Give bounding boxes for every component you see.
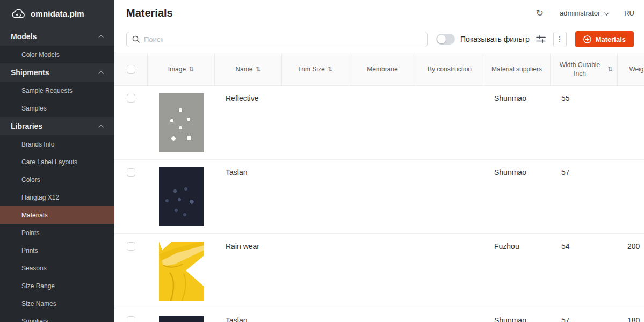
add-button-label: Materials bbox=[596, 35, 626, 43]
material-image[interactable] bbox=[159, 93, 204, 152]
sidebar-section-models[interactable]: Models bbox=[0, 27, 114, 46]
sort-icon[interactable]: ⇅ bbox=[189, 65, 194, 74]
sidebar-item-label: Suppliers bbox=[21, 318, 48, 322]
cell-width-cutable-inch: 57 bbox=[551, 308, 618, 322]
sidebar-item-color-models[interactable]: Color Models bbox=[0, 46, 114, 63]
row-checkbox[interactable] bbox=[127, 94, 135, 103]
cell-weight bbox=[618, 160, 644, 233]
cell-name: Rain wear bbox=[215, 234, 282, 308]
column-header-width-cutable-inch[interactable]: Width Cutable Inch⇅ bbox=[551, 53, 618, 85]
sidebar-section-shipments[interactable]: Shipments bbox=[0, 63, 114, 82]
main-content: Materials ↻ administrator RU Показывать … bbox=[114, 0, 644, 322]
cell-weight: 200 bbox=[618, 234, 644, 308]
sidebar-item-label: Seasons bbox=[21, 265, 47, 272]
cell-trim-size bbox=[282, 86, 349, 159]
sidebar-item-suppliers[interactable]: Suppliers bbox=[0, 312, 114, 322]
cell-material-suppliers: Shunmao bbox=[483, 308, 551, 322]
row-checkbox[interactable] bbox=[127, 242, 135, 251]
column-header-by-construction[interactable]: By construction bbox=[416, 53, 483, 85]
sidebar-item-label: Sample Requests bbox=[21, 87, 73, 94]
materials-table: Image⇅ Name⇅ Trim Size⇅ Membrane By cons… bbox=[114, 53, 644, 322]
cell-membrane bbox=[349, 160, 416, 233]
cell-trim-size bbox=[282, 160, 349, 233]
cell-by-construction bbox=[416, 234, 483, 308]
material-image[interactable] bbox=[159, 316, 204, 322]
table-row[interactable]: Taslan Shunmao 57 180 bbox=[114, 308, 644, 322]
kebab-icon: ⋮ bbox=[556, 35, 563, 43]
cell-by-construction bbox=[416, 308, 483, 322]
sidebar-item-size-range[interactable]: Size Range bbox=[0, 277, 114, 295]
material-image[interactable] bbox=[159, 241, 204, 301]
refresh-icon[interactable]: ↻ bbox=[536, 9, 544, 18]
plus-circle-icon bbox=[583, 35, 591, 43]
cell-trim-size bbox=[282, 234, 349, 308]
filter-toggle[interactable] bbox=[436, 34, 455, 45]
section-label: Models bbox=[11, 32, 37, 41]
sidebar-item-sample-requests[interactable]: Sample Requests bbox=[0, 82, 114, 99]
column-header-weight[interactable]: Weight bbox=[618, 53, 644, 85]
search-icon bbox=[132, 35, 140, 43]
sidebar-item-prints[interactable]: Prints bbox=[0, 241, 114, 259]
search-box bbox=[126, 32, 428, 47]
sidebar-item-seasons[interactable]: Seasons bbox=[0, 259, 114, 277]
column-header-membrane[interactable]: Membrane bbox=[349, 53, 416, 85]
cell-width-cutable-inch: 55 bbox=[551, 86, 618, 159]
sidebar-section-libraries[interactable]: Libraries bbox=[0, 117, 114, 135]
sidebar-item-label: Prints bbox=[21, 247, 38, 254]
cell-name: Taslan bbox=[215, 160, 282, 233]
section-label: Libraries bbox=[11, 122, 42, 130]
sort-icon[interactable]: ⇅ bbox=[607, 65, 613, 74]
chevron-up-icon bbox=[98, 124, 104, 129]
sidebar-item-materials[interactable]: Materials bbox=[0, 206, 114, 224]
search-input[interactable] bbox=[144, 35, 422, 43]
column-header-trim-size[interactable]: Trim Size⇅ bbox=[282, 53, 349, 85]
chevron-up-icon bbox=[98, 70, 104, 76]
language-switcher[interactable]: RU bbox=[624, 9, 634, 17]
sidebar-item-colors[interactable]: Colors bbox=[0, 171, 114, 188]
sort-icon[interactable]: ⇅ bbox=[328, 65, 333, 74]
sidebar-item-brands-info[interactable]: Brands Info bbox=[0, 135, 114, 153]
sidebar-item-points[interactable]: Points bbox=[0, 224, 114, 241]
sidebar-item-label: Color Models bbox=[21, 51, 60, 58]
column-header-material-suppliers[interactable]: Material suppliers bbox=[483, 53, 551, 85]
chevron-up-icon bbox=[98, 34, 104, 40]
sidebar-item-label: Points bbox=[21, 229, 39, 237]
table-row[interactable]: Taslan Shunmao 57 bbox=[114, 160, 644, 234]
filter-toggle-label: Показывать фильтр bbox=[460, 35, 530, 43]
cell-weight: 180 bbox=[618, 308, 644, 322]
table-row[interactable]: Reflective Shunmao 55 bbox=[114, 86, 644, 160]
app-logo[interactable]: omnidata.plm bbox=[0, 0, 114, 27]
row-checkbox[interactable] bbox=[127, 168, 135, 177]
sidebar-item-size-names[interactable]: Size Names bbox=[0, 295, 114, 312]
sidebar-item-care-label-layouts[interactable]: Care Label Layouts bbox=[0, 153, 114, 171]
sidebar-item-label: Colors bbox=[21, 176, 40, 184]
cell-weight bbox=[618, 86, 644, 159]
cell-trim-size bbox=[282, 308, 349, 322]
toolbar: Показывать фильтр ⋮ Materials bbox=[114, 26, 644, 53]
more-actions-button[interactable]: ⋮ bbox=[553, 32, 567, 47]
sidebar-item-samples[interactable]: Samples bbox=[0, 99, 114, 117]
user-menu[interactable]: administrator bbox=[560, 9, 608, 17]
sidebar-item-label: Brands Info bbox=[21, 141, 54, 148]
material-image[interactable] bbox=[159, 167, 204, 226]
sort-icon[interactable]: ⇅ bbox=[255, 65, 261, 74]
sidebar: omnidata.plm Models Color Models Shipmen… bbox=[0, 0, 114, 322]
row-checkbox[interactable] bbox=[127, 316, 135, 322]
cell-by-construction bbox=[416, 86, 483, 159]
select-all-checkbox[interactable] bbox=[127, 65, 135, 74]
cell-name: Taslan bbox=[215, 308, 282, 322]
sidebar-item-label: Hangtag X12 bbox=[21, 194, 59, 201]
sidebar-item-hangtag-x12[interactable]: Hangtag X12 bbox=[0, 188, 114, 206]
toggle-knob bbox=[437, 35, 446, 43]
column-header-name[interactable]: Name⇅ bbox=[215, 53, 282, 85]
sidebar-item-label: Materials bbox=[21, 211, 48, 219]
table-row[interactable]: Rain wear Fuzhou 54 200 bbox=[114, 234, 644, 308]
cell-material-suppliers: Shunmao bbox=[483, 86, 551, 159]
user-menu-label: administrator bbox=[560, 9, 600, 17]
filter-sliders-icon[interactable] bbox=[536, 35, 546, 43]
select-all-cell bbox=[114, 53, 148, 85]
sidebar-item-label: Samples bbox=[21, 105, 47, 112]
cell-width-cutable-inch: 57 bbox=[551, 160, 618, 233]
add-materials-button[interactable]: Materials bbox=[575, 31, 634, 47]
column-header-image[interactable]: Image⇅ bbox=[148, 53, 215, 85]
